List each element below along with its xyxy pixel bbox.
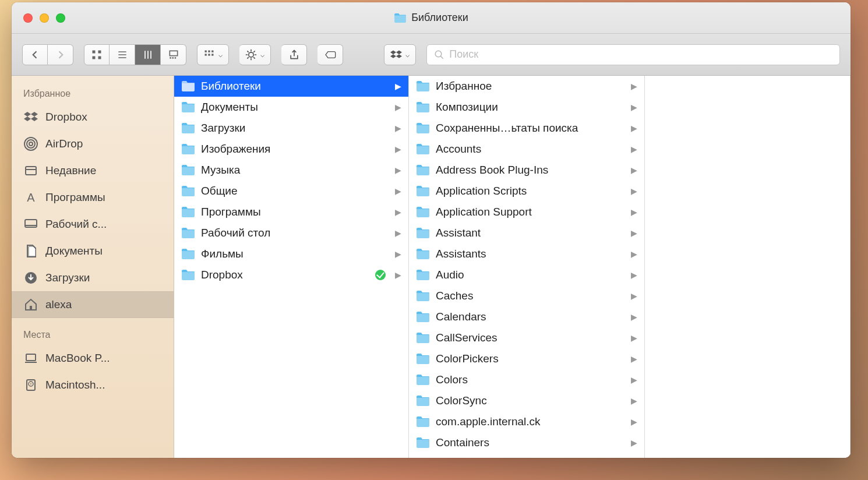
file-row[interactable]: com.apple.internal.ck▶ xyxy=(409,411,644,432)
file-row-label: Композиции xyxy=(436,101,625,114)
tags-button[interactable] xyxy=(317,44,343,65)
svg-marker-32 xyxy=(396,54,402,58)
window-title: Библиотеки xyxy=(411,12,468,24)
sidebar-item-laptop[interactable]: MacBook P... xyxy=(12,345,174,372)
file-row[interactable]: Address Book Plug-Ins▶ xyxy=(409,160,644,181)
file-row[interactable]: Assistants▶ xyxy=(409,243,644,264)
sidebar-item-label: Рабочий с... xyxy=(45,218,107,231)
file-row-label: Загрузки xyxy=(201,122,389,135)
zoom-window-button[interactable] xyxy=(56,13,65,23)
back-button[interactable] xyxy=(22,44,48,65)
file-row-label: Dropbox xyxy=(201,269,369,281)
sidebar-item-downloads[interactable]: Загрузки xyxy=(12,264,174,291)
svg-rect-10 xyxy=(170,51,177,55)
sidebar-item-documents[interactable]: Документы xyxy=(12,238,174,264)
toolbar: ⌵ ⌵ ⌵ xyxy=(12,34,851,76)
nav-buttons xyxy=(22,44,73,65)
svg-point-40 xyxy=(27,140,35,148)
file-row-label: ColorPickers xyxy=(436,352,625,365)
file-row[interactable]: Application Scripts▶ xyxy=(409,181,644,202)
sidebar-item-hdd[interactable]: Macintosh... xyxy=(12,372,174,398)
chevron-right-icon: ▶ xyxy=(631,417,637,426)
chevron-right-icon: ▶ xyxy=(631,186,637,196)
file-row-label: Assistants xyxy=(436,248,625,260)
apps-icon: A xyxy=(23,190,38,205)
column-view-button[interactable] xyxy=(135,44,161,65)
file-row[interactable]: CallServices▶ xyxy=(409,327,644,348)
file-row[interactable]: Accounts▶ xyxy=(409,139,644,160)
column-1[interactable]: Библиотеки▶Документы▶Загрузки▶Изображени… xyxy=(174,76,409,458)
chevron-right-icon: ▶ xyxy=(631,207,637,217)
search-icon xyxy=(434,50,444,60)
file-row[interactable]: Audio▶ xyxy=(409,264,644,285)
minimize-window-button[interactable] xyxy=(40,13,49,23)
file-row[interactable]: Dropbox▶ xyxy=(174,264,408,285)
file-row-label: Сохраненны…ьтаты поиска xyxy=(436,122,625,135)
titlebar: Библиотеки xyxy=(12,2,851,34)
svg-rect-49 xyxy=(26,354,36,361)
file-row[interactable]: Caches▶ xyxy=(409,285,644,306)
svg-line-28 xyxy=(253,51,255,52)
file-row-label: ColorSync xyxy=(436,394,625,407)
sidebar-item-desktop[interactable]: Рабочий с... xyxy=(12,211,174,238)
file-row[interactable]: Библиотеки▶ xyxy=(174,76,408,97)
svg-rect-13 xyxy=(174,57,176,59)
file-row[interactable]: Программы▶ xyxy=(174,202,408,223)
view-mode-buttons xyxy=(84,44,186,65)
file-row-label: Общие xyxy=(201,185,389,197)
sidebar-item-label: MacBook P... xyxy=(45,352,110,365)
file-row[interactable]: Calendars▶ xyxy=(409,306,644,327)
file-row[interactable]: Application Support▶ xyxy=(409,202,644,223)
file-row[interactable]: Документы▶ xyxy=(174,97,408,118)
file-row[interactable]: Общие▶ xyxy=(174,181,408,202)
list-view-button[interactable] xyxy=(110,44,135,65)
sidebar-item-apps[interactable]: AПрограммы xyxy=(12,184,174,211)
search-field[interactable] xyxy=(426,44,840,65)
dropbox-toolbar-button[interactable]: ⌵ xyxy=(384,44,416,65)
file-row[interactable]: Containers▶ xyxy=(409,432,644,453)
sidebar-item-airdrop[interactable]: AirDrop xyxy=(12,130,174,157)
file-row-label: Рабочий стол xyxy=(201,227,389,239)
column-3[interactable] xyxy=(645,76,851,458)
sidebar-section-locations: Места xyxy=(12,326,174,345)
action-menu-button[interactable]: ⌵ xyxy=(239,44,271,65)
sidebar-item-label: Программы xyxy=(45,191,105,204)
file-row[interactable]: Сохраненны…ьтаты поиска▶ xyxy=(409,118,644,139)
icon-view-button[interactable] xyxy=(84,44,110,65)
group-by-button[interactable]: ⌵ xyxy=(197,44,229,65)
chevron-right-icon: ▶ xyxy=(631,165,637,175)
column-2[interactable]: Избранное▶Композиции▶Сохраненны…ьтаты по… xyxy=(409,76,645,458)
title-folder-icon xyxy=(394,13,407,23)
svg-marker-30 xyxy=(396,50,402,54)
chevron-right-icon: ▶ xyxy=(395,165,401,175)
airdrop-icon xyxy=(23,136,38,151)
file-row[interactable]: Рабочий стол▶ xyxy=(174,223,408,243)
close-window-button[interactable] xyxy=(23,13,33,23)
file-row[interactable]: Избранное▶ xyxy=(409,76,644,97)
file-row[interactable]: Assistant▶ xyxy=(409,223,644,243)
share-button[interactable] xyxy=(281,44,307,65)
file-row[interactable]: Музыка▶ xyxy=(174,160,408,181)
file-row[interactable]: Композиции▶ xyxy=(409,97,644,118)
svg-point-53 xyxy=(30,383,31,384)
sidebar-item-home[interactable]: alexa xyxy=(12,291,174,318)
svg-rect-1 xyxy=(98,50,101,53)
search-input[interactable] xyxy=(449,48,832,61)
gallery-view-button[interactable] xyxy=(161,44,186,65)
sidebar-item-label: Загрузки xyxy=(45,271,90,284)
sidebar-item-dropbox[interactable]: Dropbox xyxy=(12,104,174,130)
svg-line-27 xyxy=(247,57,249,59)
file-row[interactable]: Фильмы▶ xyxy=(174,243,408,264)
file-row[interactable]: ColorSync▶ xyxy=(409,390,644,411)
file-row[interactable]: Colors▶ xyxy=(409,369,644,390)
file-row-label: Audio xyxy=(436,269,625,281)
svg-point-39 xyxy=(29,142,33,146)
home-icon xyxy=(23,297,38,312)
forward-button[interactable] xyxy=(48,44,73,65)
chevron-right-icon: ▶ xyxy=(395,207,401,217)
sidebar-item-recents[interactable]: Недавние xyxy=(12,157,174,184)
file-row[interactable]: ColorPickers▶ xyxy=(409,348,644,369)
file-row[interactable]: Загрузки▶ xyxy=(174,118,408,139)
chevron-right-icon: ▶ xyxy=(395,270,401,280)
file-row[interactable]: Изображения▶ xyxy=(174,139,408,160)
